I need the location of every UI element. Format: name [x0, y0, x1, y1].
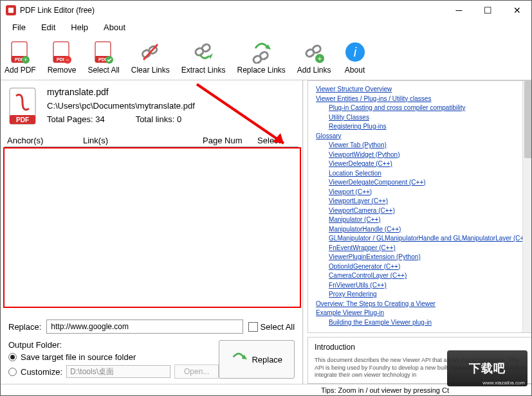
- doc-link[interactable]: ViewportLayer (C++): [329, 197, 529, 206]
- doc-link[interactable]: FnEventWrapper (C++): [329, 244, 529, 253]
- radio-save-source[interactable]: [8, 353, 17, 361]
- menu-file[interactable]: File: [5, 21, 33, 33]
- watermark-url: www.xiazaiba.com: [482, 380, 525, 386]
- doc-link[interactable]: ManipulatorHandle (C++): [329, 225, 529, 235]
- svg-text:PDF: PDF: [16, 116, 29, 123]
- file-path: C:\Users\pc\Documents\mytranslate.pdf: [47, 101, 195, 111]
- toolbar-addlinks-label: Add Links: [297, 66, 331, 75]
- menu-bar: File Edit Help About: [1, 20, 531, 34]
- toolbar-extract-links[interactable]: Extract Links: [181, 40, 226, 75]
- watermark-text: 下载吧: [469, 361, 506, 376]
- annotation-highlight-box: [3, 147, 301, 308]
- doc-link[interactable]: Overview: The Steps to Creating a Viewer: [316, 300, 529, 309]
- doc-link[interactable]: CameraControlLayer (C++): [329, 271, 529, 281]
- svg-text:+: +: [318, 55, 322, 62]
- doc-link[interactable]: Plug-in Casting and cross compiler compa…: [329, 104, 529, 113]
- app-logo-icon: [6, 5, 16, 15]
- menu-about[interactable]: About: [96, 21, 133, 33]
- doc-link[interactable]: FnViewerUtils (C++): [329, 281, 529, 291]
- extract-links-icon: [191, 40, 216, 64]
- total-pages: Total Pages: 34: [47, 114, 105, 124]
- doc-link[interactable]: OptionIdGenerator (C++): [329, 262, 529, 272]
- svg-text:i: i: [353, 45, 356, 59]
- radio-customize[interactable]: [8, 368, 17, 376]
- toolbar: PDF+ Add PDF PDF− Remove PDF Select All …: [1, 34, 531, 80]
- col-link[interactable]: Link(s): [83, 136, 203, 145]
- doc-link[interactable]: Viewport (C++): [329, 188, 529, 197]
- radio-customize-label: Customize:: [21, 367, 62, 377]
- status-tip: Tips: Zoom in / out viewer by pressing C…: [321, 386, 449, 394]
- doc-link[interactable]: Example Viewer Plug-in: [316, 309, 529, 318]
- toolbar-remove[interactable]: PDF− Remove: [48, 40, 77, 75]
- replace-label: Replace:: [8, 322, 41, 332]
- file-info: PDF mytranslate.pdf C:\Users\pc\Document…: [5, 80, 298, 134]
- doc-link[interactable]: Utility Classes: [329, 113, 529, 123]
- selectall-checkbox[interactable]: [248, 322, 258, 332]
- doc-link[interactable]: Proxy Rendering: [329, 290, 529, 300]
- doc-link[interactable]: ViewerDelegate (C++): [329, 159, 529, 169]
- doc-link[interactable]: ViewerPluginExtension (Python): [329, 253, 529, 262]
- replace-links-icon: [249, 40, 273, 64]
- toolbar-extract-label: Extract Links: [181, 66, 226, 75]
- replace-button[interactable]: Replace: [219, 340, 295, 379]
- svg-rect-18: [201, 43, 211, 53]
- toolbar-clear-label: Clear Links: [131, 66, 170, 75]
- toolbar-about[interactable]: i About: [343, 40, 367, 75]
- table-header: Anchor(s) Link(s) Page Num Select: [5, 134, 298, 147]
- radio-save-source-label: Save target file in source folder: [21, 352, 136, 362]
- menu-edit[interactable]: Edit: [33, 21, 63, 33]
- maximize-button[interactable]: ☐: [473, 1, 502, 20]
- doc-link[interactable]: Building the Example Viewer plug-in: [329, 318, 529, 328]
- svg-rect-24: [312, 44, 322, 54]
- doc-link[interactable]: Viewer Entities / Plug-ins / Utility cla…: [316, 94, 529, 104]
- toolbar-add-pdf[interactable]: PDF+ Add PDF: [5, 40, 36, 75]
- toolbar-replace-label: Replace Links: [237, 66, 285, 75]
- close-button[interactable]: ✕: [502, 1, 531, 20]
- doc-link[interactable]: Glossary: [316, 132, 529, 141]
- doc-link[interactable]: Manipulator (C++): [329, 215, 529, 225]
- menu-help[interactable]: Help: [63, 21, 96, 33]
- left-panel: PDF mytranslate.pdf C:\Users\pc\Document…: [1, 80, 303, 384]
- toolbar-selectall-label: Select All: [87, 66, 119, 75]
- doc-link[interactable]: ViewportWidget (Python): [329, 150, 529, 160]
- doc-link[interactable]: Registering Plug-ins: [329, 122, 529, 132]
- watermark: 下载吧 www.xiazaiba.com: [447, 350, 527, 386]
- custom-path-input[interactable]: [66, 365, 170, 378]
- svg-text:−: −: [66, 57, 69, 63]
- doc-link[interactable]: Viewer Tab (Python): [329, 141, 529, 150]
- doc-link[interactable]: ViewportCamera (C++): [329, 206, 529, 216]
- col-page[interactable]: Page Num: [203, 136, 257, 145]
- doc-link[interactable]: Location Selection: [329, 169, 529, 179]
- title-bar: PDF Link Editor (free) ─ ☐ ✕: [1, 1, 531, 20]
- toolbar-remove-label: Remove: [48, 66, 77, 75]
- replace-arrow-icon: [231, 352, 248, 367]
- toolbar-select-all[interactable]: PDF Select All: [87, 40, 119, 75]
- col-select[interactable]: Select: [257, 136, 296, 145]
- minimize-button[interactable]: ─: [445, 1, 473, 20]
- toolbar-clear-links[interactable]: Clear Links: [131, 40, 170, 75]
- total-links: Total links: 0: [136, 114, 182, 124]
- open-folder-button[interactable]: Open...: [174, 364, 219, 379]
- svg-text:+: +: [24, 57, 28, 63]
- svg-rect-22: [259, 51, 269, 60]
- svg-marker-19: [209, 53, 213, 59]
- replace-input[interactable]: [46, 320, 243, 334]
- viewer-links-panel[interactable]: Viewer Structure OverviewViewer Entities…: [307, 80, 532, 333]
- doc-link[interactable]: Viewer Structure Overview: [316, 85, 529, 94]
- right-panel: Viewer Structure OverviewViewer Entities…: [303, 80, 532, 384]
- col-anchor[interactable]: Anchor(s): [7, 136, 83, 145]
- doc-link[interactable]: ViewerDelegateComponent (C++): [329, 178, 529, 188]
- toolbar-add-links[interactable]: + Add Links: [297, 40, 331, 75]
- add-links-icon: +: [302, 40, 326, 64]
- doc-link[interactable]: GLManipulator / GLManipulatorHandle and …: [329, 234, 529, 244]
- pdf-remove-icon: PDF−: [50, 40, 74, 64]
- pdf-add-icon: PDF+: [8, 40, 32, 64]
- file-name: mytranslate.pdf: [47, 87, 195, 97]
- scrollbar[interactable]: [522, 81, 533, 332]
- output-folder-label: Output Folder:: [8, 340, 219, 350]
- clear-links-icon: [138, 40, 163, 64]
- selectall-label: Select All: [261, 322, 295, 332]
- table-body[interactable]: [5, 147, 298, 314]
- toolbar-replace-links[interactable]: Replace Links: [237, 40, 285, 75]
- toolbar-add-pdf-label: Add PDF: [5, 66, 36, 75]
